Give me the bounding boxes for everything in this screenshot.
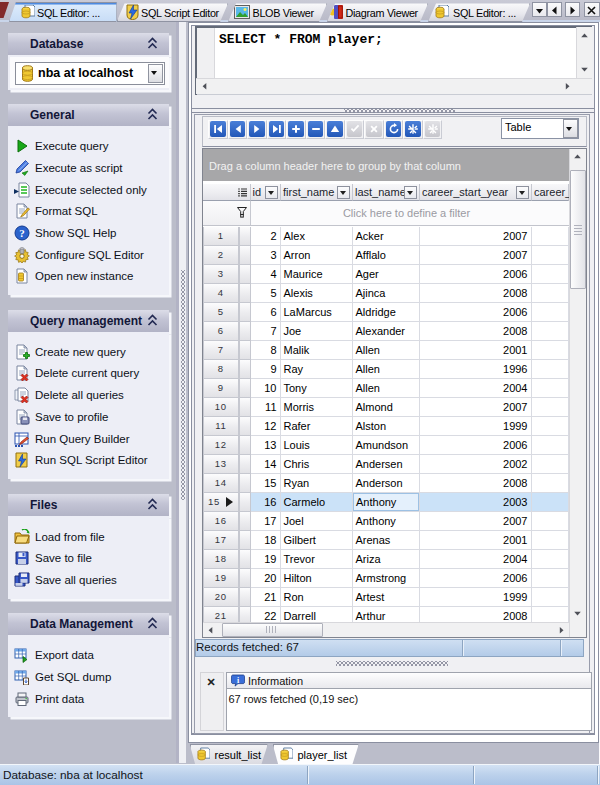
svg-text:?: ? — [19, 227, 25, 239]
